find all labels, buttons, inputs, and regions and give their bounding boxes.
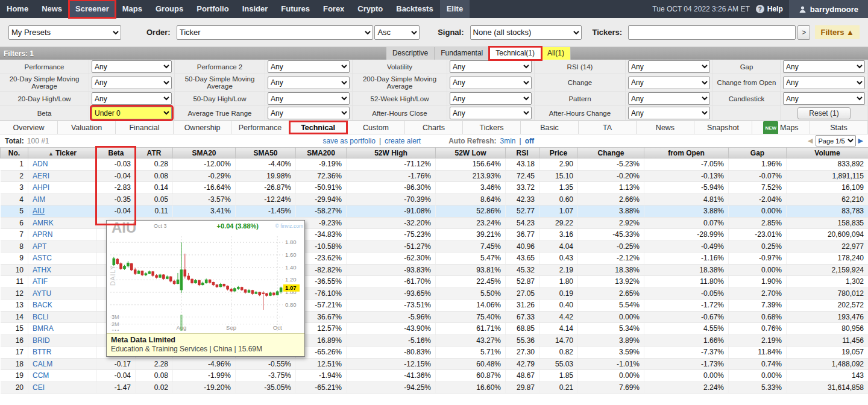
ticker-link-ahpi[interactable]: AHPI <box>33 183 49 192</box>
view-tab-valuation[interactable]: Valuation <box>58 121 116 134</box>
nav-item-maps[interactable]: Maps <box>116 0 149 18</box>
filter-select-gap[interactable]: Any <box>783 60 865 73</box>
filter-select-52-week-high-low[interactable]: Any <box>450 92 532 105</box>
create-alert-link[interactable]: create alert <box>385 137 421 145</box>
filter-tab-technical-1-[interactable]: Technical(1) <box>489 47 541 60</box>
filter-tab-all-1-[interactable]: All(1) <box>541 47 571 60</box>
page-prev-icon[interactable]: ◀ <box>808 137 813 145</box>
page-next-icon[interactable]: ▶ <box>858 137 863 145</box>
filter-select-change-from-open[interactable]: Any <box>783 77 865 89</box>
save-as-portfolio-link[interactable]: save as portfolio <box>323 137 376 145</box>
view-tab-overview[interactable]: Overview <box>0 121 58 134</box>
col-header-52w-low[interactable]: 52W Low <box>436 148 506 159</box>
ticker-link-aytu[interactable]: AYTU <box>33 289 51 298</box>
filter-select-volatility[interactable]: Any <box>450 60 532 73</box>
col-header-change[interactable]: Change <box>578 148 644 159</box>
filter-tab-fundamental[interactable]: Fundamental <box>435 47 489 60</box>
col-header-ticker[interactable]: ▲Ticker <box>28 148 97 159</box>
auto-refresh-value-link[interactable]: 3min <box>500 137 515 145</box>
filters-toggle[interactable]: Filters ▲ <box>815 25 860 39</box>
signal-select[interactable]: None (all stocks) <box>470 25 582 40</box>
presets-select[interactable]: My Presets <box>8 25 121 40</box>
col-header-rsi[interactable]: RSI <box>506 148 539 159</box>
filter-select-after-hours-close[interactable]: Any <box>450 107 532 119</box>
nav-item-groups[interactable]: Groups <box>149 0 190 18</box>
ticker-link-atif[interactable]: ATIF <box>33 277 48 286</box>
ticker-link-cei[interactable]: CEI <box>33 383 45 392</box>
ticker-link-apt[interactable]: APT <box>33 242 46 251</box>
nav-item-portfolio[interactable]: Portfolio <box>190 0 235 18</box>
col-header-sma50[interactable]: SMA50 <box>236 148 296 159</box>
filter-select-change[interactable]: Any <box>628 77 710 89</box>
ticker-link-athx[interactable]: ATHX <box>33 266 51 274</box>
ticker-link-ccm[interactable]: CCM <box>33 371 49 380</box>
help-link[interactable]: ? Help <box>756 5 783 13</box>
reset-filters-button[interactable]: Reset (1) <box>797 107 851 119</box>
nav-item-news[interactable]: News <box>35 0 69 18</box>
user-menu[interactable]: barrydmoore <box>789 0 868 18</box>
view-tab-tickers[interactable]: Tickers <box>463 121 521 134</box>
filter-select-200-day-simple-moving-average[interactable]: Any <box>450 77 532 89</box>
ticker-link-brid[interactable]: BRID <box>33 336 50 345</box>
nav-item-forex[interactable]: Forex <box>316 0 351 18</box>
filter-select-candlestick[interactable]: Any <box>783 92 865 105</box>
ticker-link-adn[interactable]: ADN <box>33 160 48 168</box>
col-header-volume[interactable]: Volume <box>787 148 868 159</box>
nav-item-elite[interactable]: Elite <box>440 0 470 18</box>
filter-select-20-day-high-low[interactable]: Any <box>92 92 172 105</box>
ticker-link-calm[interactable]: CALM <box>33 360 52 368</box>
view-tab-basic[interactable]: Basic <box>521 121 579 134</box>
col-header-price[interactable]: Price <box>539 148 578 159</box>
tickers-go-button[interactable]: > <box>797 25 811 40</box>
col-header-gap[interactable]: Gap <box>729 148 787 159</box>
filter-select-50-day-high-low[interactable]: Any <box>268 92 350 105</box>
filter-select-average-true-range[interactable]: Any <box>268 107 350 119</box>
view-tab-custom[interactable]: Custom <box>347 121 405 134</box>
view-tab-ownership[interactable]: Ownership <box>174 121 231 134</box>
view-tab-performance[interactable]: Performance <box>231 121 289 134</box>
col-header-beta[interactable]: Beta <box>97 148 136 159</box>
filter-select-rsi-14-[interactable]: Any <box>628 60 710 73</box>
ticker-link-aprn[interactable]: APRN <box>33 230 52 239</box>
ticker-link-astc[interactable]: ASTC <box>33 254 52 262</box>
view-tab-ta[interactable]: TA <box>579 121 637 134</box>
filter-select-beta[interactable]: Under 0 <box>92 107 172 119</box>
filter-select-20-day-simple-moving-average[interactable]: Any <box>92 77 172 89</box>
nav-item-crypto[interactable]: Crypto <box>351 0 389 18</box>
ticker-link-aeri[interactable]: AERI <box>33 172 49 180</box>
col-header-sma200[interactable]: SMA200 <box>296 148 347 159</box>
ticker-link-aiu[interactable]: AIU <box>33 207 45 215</box>
tickers-input[interactable] <box>628 25 796 40</box>
filter-tab-descriptive[interactable]: Descriptive <box>386 47 435 60</box>
view-tab-snapshot[interactable]: Snapshot <box>694 121 752 134</box>
col-header-atr[interactable]: ATR <box>136 148 173 159</box>
view-tab-financial[interactable]: Financial <box>116 121 174 134</box>
nav-item-home[interactable]: Home <box>0 0 35 18</box>
view-tab-stats[interactable]: Stats <box>810 121 868 134</box>
filter-select-50-day-simple-moving-average[interactable]: Any <box>268 77 350 89</box>
col-header-from-open[interactable]: from Open <box>644 148 729 159</box>
page-select[interactable]: Page 1/5 <box>816 135 856 146</box>
ticker-link-bcli[interactable]: BCLI <box>33 313 49 321</box>
ticker-link-amrk[interactable]: AMRK <box>33 219 54 227</box>
order-direction-select[interactable]: Asc <box>374 25 420 40</box>
auto-refresh-off-link[interactable]: off <box>525 137 534 145</box>
ticker-link-back[interactable]: BACK <box>33 301 52 309</box>
view-tab-technical[interactable]: Technical <box>289 121 347 134</box>
ticker-link-bttr[interactable]: BTTR <box>33 348 51 356</box>
nav-item-insider[interactable]: Insider <box>236 0 275 18</box>
nav-item-futures[interactable]: Futures <box>274 0 316 18</box>
filter-select-after-hours-change[interactable]: Any <box>628 107 710 119</box>
filter-select-performance-2[interactable]: Any <box>268 60 350 73</box>
filter-select-pattern[interactable]: Any <box>628 92 710 105</box>
col-header-no-[interactable]: No. <box>1 148 28 159</box>
col-header-sma20[interactable]: SMA20 <box>173 148 236 159</box>
view-tab-news[interactable]: News <box>637 121 694 134</box>
filter-select-performance[interactable]: Any <box>92 60 172 73</box>
nav-item-screener[interactable]: Screener <box>69 0 116 18</box>
nav-item-backtests[interactable]: Backtests <box>389 0 439 18</box>
view-tab-maps[interactable]: NEWMaps <box>752 121 810 134</box>
col-header-52w-high[interactable]: 52W High <box>347 148 436 159</box>
order-select[interactable]: Ticker <box>177 25 374 40</box>
ticker-link-bmra[interactable]: BMRA <box>33 324 54 333</box>
